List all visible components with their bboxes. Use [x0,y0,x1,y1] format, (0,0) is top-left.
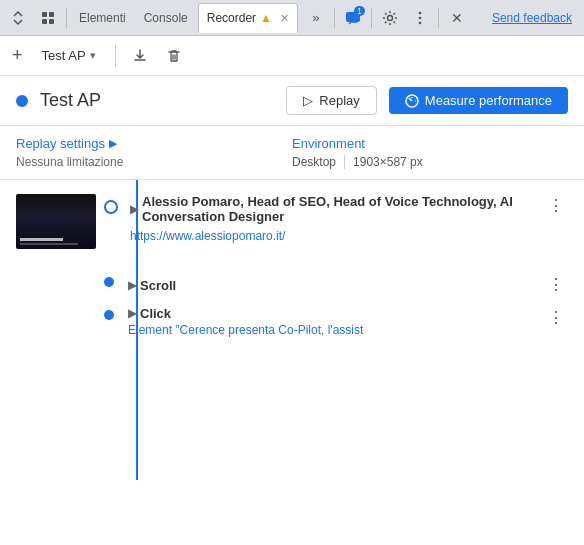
recording-selector[interactable]: Test AP ▾ [33,43,105,68]
step-dot-scroll [104,277,114,287]
step-scroll-title[interactable]: ▶ Scroll [128,278,176,293]
chat-icon[interactable]: 1 [339,4,367,32]
tab-close-icon[interactable]: ✕ [280,12,289,25]
recording-title: Test AP [40,90,274,111]
step-navigate-content: ▶ Alessio Pomaro, Head of SEO, Head of V… [130,194,568,243]
replay-settings: Replay settings ▶ Nessuna limitazione [16,136,292,169]
delete-button[interactable] [160,42,188,70]
measure-performance-button[interactable]: Measure performance [389,87,568,114]
step-click-more-icon[interactable]: ⋮ [544,304,568,331]
step-click-subtitle: Element "Cerence presenta Co-Pilot, l'as… [128,323,363,337]
step-chevron-icon: ▶ [130,203,138,216]
env-separator [344,155,345,169]
svg-rect-0 [42,12,47,17]
step-navigate-more-icon[interactable]: ⋮ [544,192,568,219]
step-scroll-chevron-icon: ▶ [128,279,136,292]
recording-status-dot [16,95,28,107]
svg-point-7 [419,16,422,19]
thumbnail-image [16,194,96,249]
tab-recorder[interactable]: Recorder ▲ ✕ [198,3,298,33]
svg-point-8 [419,21,422,24]
replay-button[interactable]: ▷ Replay [286,86,376,115]
svg-point-6 [419,11,422,14]
tab-separator-2 [334,8,335,28]
more-options-icon[interactable] [406,4,434,32]
settings-row: Replay settings ▶ Nessuna limitazione En… [0,126,584,180]
step-dot-navigate [104,200,118,214]
environment-settings: Environment Desktop 1903×587 px [292,136,568,169]
step-navigate: ▶ Alessio Pomaro, Head of SEO, Head of V… [0,180,584,269]
svg-rect-2 [42,19,47,24]
recording-header: Test AP ▷ Replay Measure performance [0,76,584,126]
tab-separator-1 [66,8,67,28]
svg-rect-1 [49,12,54,17]
back-icon[interactable] [4,4,32,32]
measure-icon [405,94,419,108]
step-dot-click [104,310,114,320]
step-navigate-details: ▶ Alessio Pomaro, Head of SEO, Head of V… [130,194,536,243]
step-scroll-more-icon[interactable]: ⋮ [544,271,568,298]
send-feedback-link[interactable]: Send feedback [492,11,580,25]
step-click-content: ▶ Click Element "Cerence presenta Co-Pil… [128,306,568,337]
step-navigate-title[interactable]: ▶ Alessio Pomaro, Head of SEO, Head of V… [130,194,536,224]
replay-settings-link[interactable]: Replay settings ▶ [16,136,292,151]
step-click: ▶ Click Element "Cerence presenta Co-Pil… [0,302,584,351]
export-button[interactable] [126,42,154,70]
close-icon[interactable]: ✕ [443,4,471,32]
arrow-right-icon: ▶ [109,137,117,150]
tab-separator-4 [438,8,439,28]
recording-indicator-icon: ▲ [260,11,272,25]
step-scroll-content: ▶ Scroll ⋮ [128,273,568,298]
step-click-title[interactable]: ▶ Click [128,306,363,321]
dropdown-chevron-icon: ▾ [90,49,96,62]
svg-rect-3 [49,19,54,24]
notification-badge: 1 [354,6,365,16]
play-icon: ▷ [303,93,313,108]
step-click-details: ▶ Click Element "Cerence presenta Co-Pil… [128,306,363,337]
replay-limitation-label: Nessuna limitazione [16,155,292,169]
tab-console[interactable]: Console [136,3,196,33]
tab-bar: Elementi Console Recorder ▲ ✕ » 1 ✕ Send… [0,0,584,36]
step-click-chevron-icon: ▶ [128,307,136,320]
add-recording-button[interactable]: + [8,41,27,70]
settings-icon[interactable] [376,4,404,32]
environment-detail: Desktop 1903×587 px [292,155,568,169]
tab-elementi[interactable]: Elementi [71,3,134,33]
step-navigate-url[interactable]: https://www.alessiopomaro.it/ [130,229,285,243]
toolbar: + Test AP ▾ [0,36,584,76]
svg-point-5 [387,15,392,20]
toolbar-separator [115,45,116,67]
step-thumbnail [16,194,96,249]
steps-area: ▶ Alessio Pomaro, Head of SEO, Head of V… [0,180,584,480]
environment-label: Environment [292,136,568,151]
grid-icon[interactable] [34,4,62,32]
tab-separator-3 [371,8,372,28]
step-scroll: ▶ Scroll ⋮ [0,269,584,302]
more-tabs-icon[interactable]: » [302,4,330,32]
